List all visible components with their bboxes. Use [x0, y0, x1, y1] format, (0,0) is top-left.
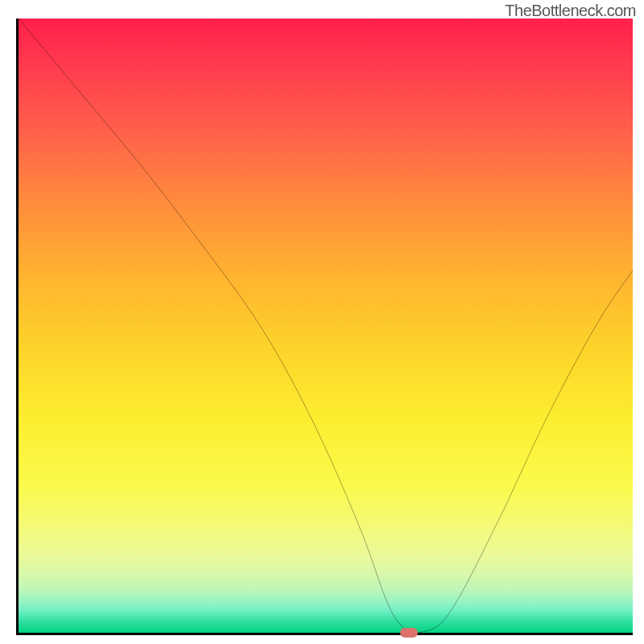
bottleneck-curve [19, 19, 633, 633]
watermark-text: TheBottleneck.com [505, 2, 636, 20]
chart-plot-area [16, 19, 633, 635]
optimal-point-marker [400, 628, 418, 638]
